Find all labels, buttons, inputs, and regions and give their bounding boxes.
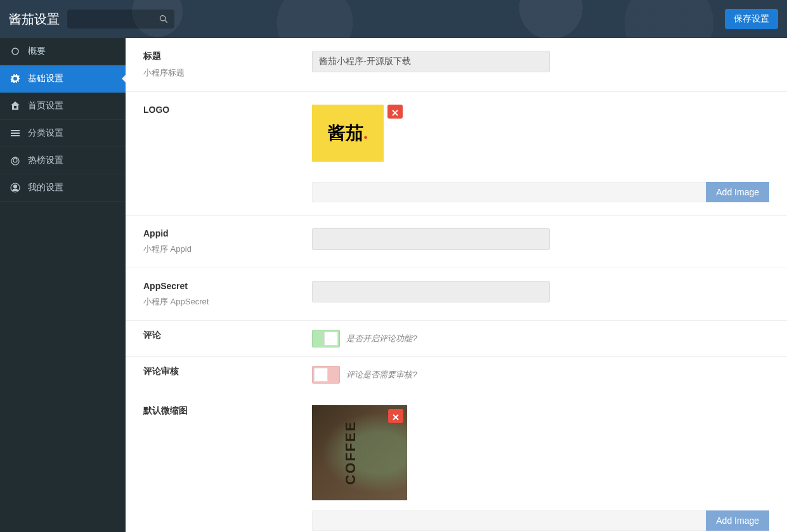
header: 酱茄设置 保存设置: [0, 0, 787, 38]
sidebar-item-basic-settings[interactable]: 基础设置: [0, 65, 126, 93]
logo-preview: 酱茄.: [312, 105, 384, 162]
search-bar: [67, 10, 174, 29]
toggle-desc: 是否开启评论功能?: [346, 334, 417, 343]
field-thumbnail: 默认微缩图 COFFEE Add Image: [126, 393, 787, 532]
home-icon: [10, 101, 20, 111]
sidebar-item-label: 我的设置: [28, 182, 63, 193]
title-input[interactable]: [312, 51, 550, 72]
thumbnail-path-input[interactable]: [312, 510, 706, 531]
sidebar-item-label: 首页设置: [28, 100, 63, 112]
sidebar-item-label: 基础设置: [28, 73, 63, 84]
field-comment: 评论 是否开启评论功能?: [126, 321, 787, 357]
close-icon: [393, 413, 399, 419]
field-appid: Appid 小程序 Appid: [126, 216, 787, 268]
appid-input[interactable]: [312, 228, 550, 250]
field-label: 标题: [143, 51, 312, 62]
sidebar-item-label: 热榜设置: [28, 155, 63, 166]
sidebar-item-my-settings[interactable]: 我的设置: [0, 174, 126, 202]
field-appsecret: AppSecret 小程序 AppSecret: [126, 268, 787, 321]
fire-icon: [10, 155, 20, 165]
appsecret-input[interactable]: [312, 281, 550, 302]
field-label: 评论审核: [143, 366, 312, 377]
comment-audit-toggle[interactable]: [312, 366, 340, 384]
sidebar-item-label: 概要: [28, 46, 46, 57]
svg-point-6: [14, 185, 17, 188]
remove-thumbnail-button[interactable]: [388, 409, 403, 423]
sidebar-item-label: 分类设置: [28, 127, 63, 139]
svg-rect-3: [11, 135, 20, 136]
thumbnail-preview: COFFEE: [312, 405, 407, 500]
svg-rect-1: [11, 130, 20, 131]
user-icon: [10, 183, 20, 193]
search-input[interactable]: [67, 10, 153, 29]
field-label: AppSecret: [143, 281, 312, 291]
circle-icon: [10, 46, 20, 56]
field-label: 评论: [143, 330, 312, 341]
comment-toggle[interactable]: [312, 330, 340, 347]
add-logo-button[interactable]: Add Image: [706, 182, 769, 202]
svg-point-4: [11, 157, 19, 165]
field-title: 标题 小程序标题: [126, 38, 787, 92]
brand-title: 酱茄设置: [9, 11, 60, 28]
toggle-desc: 评论是否需要审核?: [346, 370, 417, 379]
field-label: Appid: [143, 228, 312, 238]
content: 标题 小程序标题 LOGO 酱茄. Add Image: [126, 38, 787, 532]
list-icon: [10, 128, 20, 138]
search-button[interactable]: [153, 10, 174, 29]
field-desc: 小程序 AppSecret: [143, 296, 312, 308]
sidebar-item-hot-settings[interactable]: 热榜设置: [0, 147, 126, 174]
close-icon: [392, 108, 398, 115]
save-button[interactable]: 保存设置: [725, 9, 778, 29]
field-desc: 小程序 Appid: [143, 243, 312, 255]
add-thumbnail-button[interactable]: Add Image: [706, 510, 769, 531]
field-label: 默认微缩图: [143, 405, 312, 417]
logo-path-input[interactable]: [312, 182, 706, 202]
logo-text: 酱茄: [328, 121, 363, 145]
sidebar-item-home-settings[interactable]: 首页设置: [0, 93, 126, 120]
svg-point-0: [12, 48, 18, 55]
thumbnail-text: COFFEE: [342, 420, 359, 484]
remove-logo-button[interactable]: [387, 105, 403, 119]
sidebar-item-overview[interactable]: 概要: [0, 38, 126, 65]
sidebar-item-category-settings[interactable]: 分类设置: [0, 120, 126, 147]
svg-rect-2: [11, 133, 20, 134]
field-label: LOGO: [143, 105, 312, 115]
sidebar: 概要 基础设置 首页设置 分类设置 热榜设置 我的设置: [0, 38, 126, 532]
field-desc: 小程序标题: [143, 67, 312, 79]
search-icon: [159, 15, 168, 23]
gear-icon: [10, 74, 20, 84]
field-logo: LOGO 酱茄. Add Image: [126, 92, 787, 216]
field-comment-audit: 评论审核 评论是否需要审核?: [126, 357, 787, 393]
